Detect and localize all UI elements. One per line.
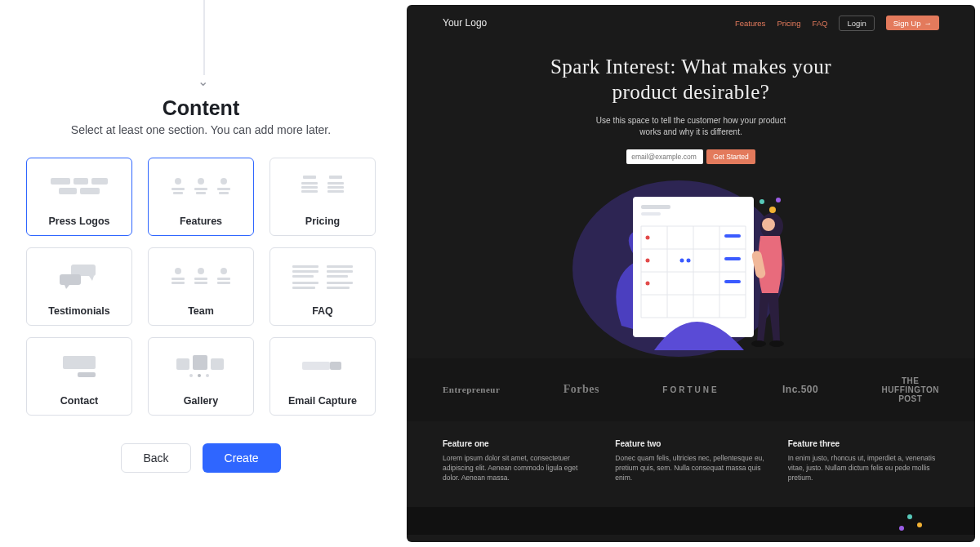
svg-point-75 bbox=[646, 281, 650, 285]
signup-button[interactable]: Sign Up→ bbox=[886, 16, 939, 30]
svg-point-69 bbox=[646, 235, 650, 239]
svg-rect-16 bbox=[301, 186, 318, 189]
svg-rect-17 bbox=[301, 190, 318, 193]
hero-illustration bbox=[407, 179, 975, 358]
feature-two: Feature two Donec quam felis, ultricies … bbox=[615, 439, 766, 483]
card-label: Gallery bbox=[184, 395, 218, 407]
email-input[interactable] bbox=[626, 149, 703, 164]
svg-rect-74 bbox=[724, 257, 741, 260]
svg-rect-31 bbox=[194, 282, 207, 284]
svg-rect-14 bbox=[303, 176, 316, 179]
svg-rect-53 bbox=[302, 362, 330, 370]
svg-point-78 bbox=[760, 199, 764, 204]
card-label: FAQ bbox=[312, 305, 333, 317]
card-pricing[interactable]: Pricing bbox=[270, 158, 376, 236]
svg-rect-27 bbox=[172, 278, 185, 280]
card-team[interactable]: Team bbox=[148, 247, 254, 326]
svg-rect-0 bbox=[51, 178, 70, 185]
svg-rect-1 bbox=[74, 178, 88, 185]
svg-point-32 bbox=[220, 268, 227, 274]
feature-title: Feature three bbox=[788, 439, 939, 448]
svg-rect-33 bbox=[217, 278, 230, 280]
preview-pane: Your Logo Features Pricing FAQ Login Sig… bbox=[402, 0, 980, 547]
chevron-down-icon: ⌄ bbox=[198, 73, 208, 89]
svg-rect-6 bbox=[172, 188, 185, 190]
card-email-capture[interactable]: Email Capture bbox=[270, 337, 376, 416]
svg-rect-37 bbox=[292, 275, 314, 278]
email-capture-icon bbox=[270, 338, 375, 395]
svg-point-79 bbox=[776, 198, 781, 202]
card-features[interactable]: Features bbox=[148, 158, 254, 236]
team-icon bbox=[149, 248, 253, 305]
card-contact[interactable]: Contact bbox=[26, 337, 132, 416]
press-huffpost: THEHUFFINGTONPOST bbox=[882, 376, 939, 403]
svg-point-85 bbox=[907, 514, 912, 519]
svg-marker-25 bbox=[65, 285, 69, 289]
create-button[interactable]: Create bbox=[203, 443, 281, 473]
get-started-button[interactable]: Get Started bbox=[706, 149, 755, 164]
svg-rect-40 bbox=[327, 265, 353, 268]
section-cards-grid: Press Logos Features Pricing bbox=[26, 158, 376, 416]
svg-rect-43 bbox=[327, 282, 353, 284]
svg-rect-76 bbox=[724, 280, 741, 283]
svg-rect-4 bbox=[80, 188, 100, 194]
hero-sub: Use this space to tell the customer how … bbox=[585, 115, 797, 138]
svg-point-50 bbox=[189, 374, 193, 377]
svg-point-8 bbox=[198, 178, 204, 185]
card-testimonials[interactable]: Testimonials bbox=[26, 247, 132, 326]
preview-header: Your Logo Features Pricing FAQ Login Sig… bbox=[407, 5, 975, 33]
press-fortune: FORTUNE bbox=[662, 385, 719, 394]
nav-faq[interactable]: FAQ bbox=[812, 19, 827, 28]
svg-rect-7 bbox=[173, 192, 183, 194]
svg-marker-23 bbox=[89, 276, 94, 281]
card-label: Contact bbox=[60, 395, 99, 407]
feature-one: Feature one Lorem ipsum dolor sit amet, … bbox=[443, 439, 594, 483]
back-button[interactable]: Back bbox=[121, 443, 190, 473]
arrow-right-icon: → bbox=[924, 19, 933, 28]
svg-rect-3 bbox=[59, 188, 77, 194]
card-label: Email Capture bbox=[288, 395, 357, 407]
feature-three: Feature three In enim justo, rhoncus ut,… bbox=[788, 439, 939, 483]
nav-pricing[interactable]: Pricing bbox=[777, 19, 800, 28]
svg-point-81 bbox=[762, 218, 775, 231]
svg-rect-19 bbox=[327, 182, 344, 185]
step-connector bbox=[203, 0, 205, 75]
wizard-subtitle: Select at least one section. You can add… bbox=[71, 123, 331, 136]
feature-body: Donec quam felis, ultricies nec, pellent… bbox=[615, 453, 766, 483]
svg-rect-21 bbox=[327, 190, 344, 193]
card-label: Press Logos bbox=[48, 216, 109, 227]
press-logos-icon bbox=[27, 158, 131, 216]
svg-rect-38 bbox=[292, 282, 318, 284]
card-press-logos[interactable]: Press Logos bbox=[26, 158, 132, 236]
wizard-title: Content bbox=[71, 96, 331, 120]
wizard-buttons: Back Create bbox=[121, 443, 280, 473]
svg-point-11 bbox=[220, 178, 227, 185]
card-faq[interactable]: FAQ bbox=[270, 247, 376, 326]
svg-point-5 bbox=[175, 178, 181, 185]
svg-point-52 bbox=[206, 374, 209, 377]
bottom-strip bbox=[407, 507, 975, 535]
svg-point-72 bbox=[680, 258, 684, 262]
card-label: Features bbox=[180, 216, 222, 227]
press-inc500: Inc.500 bbox=[782, 384, 818, 395]
card-gallery[interactable]: Gallery bbox=[148, 337, 254, 416]
nav-features[interactable]: Features bbox=[735, 19, 766, 28]
press-logos-row: Entrepreneur Forbes FORTUNE Inc.500 THEH… bbox=[407, 358, 975, 421]
feature-title: Feature one bbox=[443, 439, 594, 448]
gallery-icon bbox=[149, 338, 253, 395]
svg-point-83 bbox=[751, 340, 766, 347]
hero-section: Spark Interest: What makes your product … bbox=[407, 54, 975, 164]
svg-rect-15 bbox=[301, 182, 318, 185]
features-icon bbox=[149, 158, 253, 216]
svg-rect-49 bbox=[211, 358, 224, 370]
svg-rect-57 bbox=[641, 205, 670, 209]
faq-icon bbox=[270, 248, 375, 305]
svg-point-77 bbox=[769, 207, 776, 213]
svg-rect-48 bbox=[193, 355, 207, 370]
svg-rect-42 bbox=[327, 275, 348, 278]
svg-rect-9 bbox=[194, 188, 207, 190]
svg-rect-22 bbox=[71, 265, 96, 276]
login-button[interactable]: Login bbox=[839, 16, 874, 31]
svg-point-26 bbox=[175, 268, 181, 274]
pricing-icon bbox=[270, 158, 375, 216]
